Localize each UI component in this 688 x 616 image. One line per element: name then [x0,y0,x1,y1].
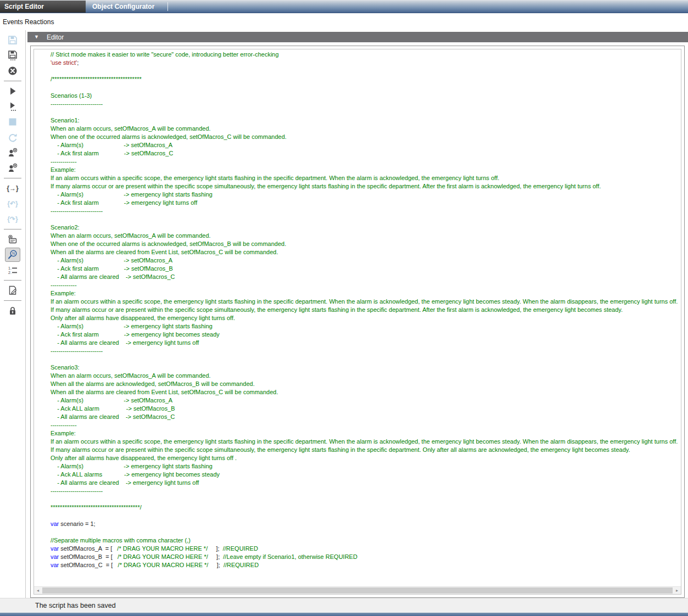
find-button[interactable]: N [5,248,20,262]
code-line: Only after all alarms have disappeared, … [51,454,679,462]
clear-form-button[interactable] [5,232,20,247]
collapse-triangle-icon[interactable]: ▼ [34,35,39,40]
status-message: The script has been saved [35,602,116,609]
events-reactions-link[interactable]: Events Reactions [3,18,54,26]
code-line [51,495,679,503]
play-dots-icon [7,101,18,112]
tab-separator [167,2,168,11]
floppy-dots-icon [7,50,18,61]
form-x-icon [7,234,18,245]
code-line: -------------------------- [51,487,679,495]
export-edit-button[interactable] [5,283,20,298]
tab-script-editor[interactable]: Script Editor [0,1,86,13]
run-options-button[interactable] [5,99,20,114]
code-line: When one of the occurred alarms is ackno… [51,240,679,248]
toolbar-separator [4,229,21,229]
editor-panel: ▼ Editor // Strict mode makes it easier … [26,30,688,598]
code-line [51,578,679,586]
horizontal-scrollbar[interactable]: ◂ ▸ [34,586,681,594]
code-line: ------------- [51,158,679,166]
code-line: If many alarms occur or are present with… [51,182,679,191]
code-line: Scenarios (1-3) [51,92,679,100]
code-line: When an alarm occurs, setOfMacros_A will… [51,125,679,133]
code-line: 'use strict'; [51,59,679,67]
script-toolbar: {→}{↶}{↷}N1.2. [0,30,26,598]
code-line [51,355,679,363]
script-import-button[interactable]: {→} [5,181,20,195]
code-line: -------------------------- [51,207,679,215]
code-line [51,67,679,75]
svg-text:2.: 2. [8,271,12,275]
code-line: Scenario1: [51,116,679,125]
scrollbar-thumb[interactable] [42,587,673,593]
magnifier-n-icon: N [7,249,18,260]
line-numbers-button[interactable]: 1.2. [5,263,20,277]
code-line [51,528,679,536]
svg-text:N: N [12,251,15,255]
editor-groupbox: // Strict mode makes it easier to write … [30,46,685,598]
run-button[interactable] [5,84,20,98]
toolbar-separator [4,280,21,281]
editor-panel-header[interactable]: ▼ Editor [27,32,688,42]
code-line: When all the alarms are cleared from Eve… [51,388,679,396]
code-line: -------------------------- [51,347,679,355]
code-line: If many alarms occur or are present with… [51,306,679,314]
code-line [51,569,679,578]
numbered-list-icon: 1.2. [7,265,18,276]
scroll-right-arrow-icon[interactable]: ▸ [673,587,681,594]
code-line: /************************************** [51,75,679,83]
user-x2-icon [7,163,18,173]
top-tab-bar: Script Editor Object Configurator [0,0,688,13]
save-button[interactable] [5,33,20,47]
page-edit-icon [7,285,18,296]
code-line: - Ack first alarm -> emergency light bec… [51,331,679,339]
bottom-accent-bar [0,613,688,616]
code-line: - Alarm(s) -> emergency light starts fla… [51,191,679,199]
user-remove-button[interactable] [5,161,20,175]
user-disable-button[interactable] [5,145,20,160]
script-editor-app: Script Editor Object Configurator Events… [0,0,688,616]
code-line: - All alarms are cleared -> setOfMacros_… [51,413,679,421]
toolbar-separator [4,178,21,178]
code-line: When all the alarms are cleared from Eve… [51,248,679,256]
status-bar: The script has been saved [0,598,688,613]
code-line: - Ack first alarm -> setOfMacros_B [51,265,679,273]
braces-redo-icon: {↷} [7,216,18,222]
cancel-button[interactable] [5,64,20,78]
code-line: When all the alarms are acknowledged, se… [51,380,679,388]
code-line: - Alarm(s) -> setOfMacros_A [51,256,679,265]
stop-square-icon [7,116,18,127]
code-line: // Strict mode makes it easier to write … [51,51,679,59]
code-line: var setOfMacros_A = [ /* DRAG YOUR MACRO… [51,545,679,553]
code-line: - Alarm(s) -> setOfMacros_A [51,396,679,405]
editor-panel-title: Editor [47,33,64,41]
code-line: ------------- [51,421,679,429]
code-line: When one of the occurred alarms is ackno… [51,133,679,141]
braces-undo-icon: {↶} [7,200,18,207]
scroll-left-arrow-icon[interactable]: ◂ [34,587,42,594]
redo-arrow-icon [7,132,18,143]
script-redo-button[interactable]: {↷} [5,212,20,226]
script-code-editor[interactable]: // Strict mode makes it easier to write … [33,49,681,595]
code-line: If many alarms occur or are present with… [51,446,679,454]
tab-object-configurator[interactable]: Object Configurator [86,1,167,13]
lock-button[interactable] [5,304,20,318]
subnav-bar: Events Reactions [0,13,688,30]
redo-button[interactable] [5,130,20,144]
script-undo-button[interactable]: {↶} [5,197,20,211]
code-line: Example: [51,166,679,174]
svg-text:1.: 1. [8,266,12,270]
workspace: {→}{↶}{↷}N1.2. ▼ Editor // Strict mode m… [0,30,688,598]
code-line: When an alarm occurs, setOfMacros_A will… [51,372,679,380]
code-line [51,83,679,92]
code-line: -------------------------- [51,100,679,108]
code-lines[interactable]: // Strict mode makes it easier to write … [34,49,681,586]
code-line: - All alarms are cleared -> emergency li… [51,339,679,347]
stop-button[interactable] [5,115,20,129]
code-line: - All alarms are cleared -> setOfMacros_… [51,273,679,281]
braces-arrow-icon: {→} [7,185,18,192]
save-as-button[interactable] [5,48,20,63]
code-line: - Alarm(s) -> emergency light starts fla… [51,462,679,471]
code-line: - Ack ALL alarms -> emergency light beco… [51,471,679,479]
code-line: If an alarm occurs within a specific sco… [51,174,679,182]
